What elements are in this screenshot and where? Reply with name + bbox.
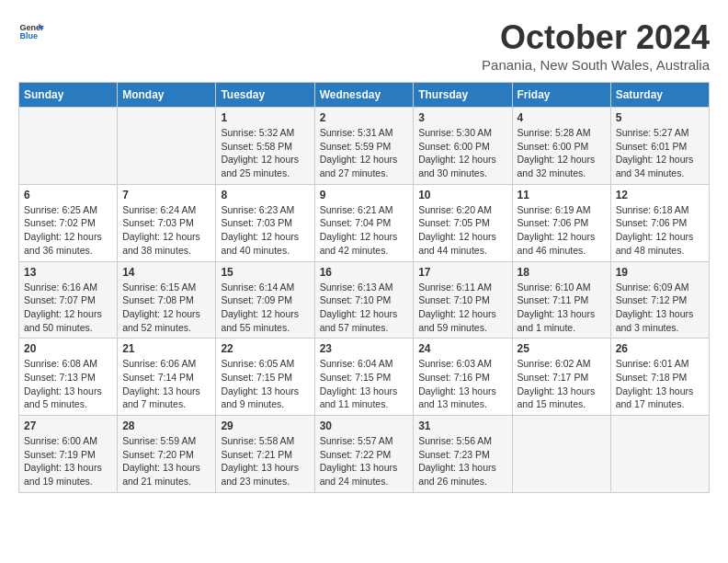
- day-info: Sunrise: 6:24 AM Sunset: 7:03 PM Dayligh…: [122, 203, 210, 258]
- day-info: Sunrise: 6:05 AM Sunset: 7:15 PM Dayligh…: [221, 357, 309, 411]
- day-info: Sunrise: 6:20 AM Sunset: 7:05 PM Dayligh…: [418, 203, 506, 258]
- header-monday: Monday: [118, 83, 216, 108]
- calendar-cell: [610, 416, 709, 493]
- day-number: 17: [418, 266, 506, 279]
- day-number: 13: [24, 266, 112, 279]
- day-number: 18: [518, 266, 606, 279]
- calendar-cell: [118, 108, 216, 185]
- day-info: Sunrise: 6:15 AM Sunset: 7:08 PM Dayligh…: [122, 281, 210, 335]
- page-header: General Blue October 2024 Panania, New S…: [18, 18, 710, 73]
- title-section: October 2024 Panania, New South Wales, A…: [482, 18, 710, 73]
- week-row-3: 13Sunrise: 6:16 AM Sunset: 7:07 PM Dayli…: [19, 261, 710, 339]
- day-info: Sunrise: 6:25 AM Sunset: 7:02 PM Dayligh…: [24, 203, 112, 258]
- calendar-cell: 7Sunrise: 6:24 AM Sunset: 7:03 PM Daylig…: [118, 184, 216, 261]
- day-number: 7: [122, 189, 210, 201]
- day-number: 30: [320, 419, 409, 432]
- day-info: Sunrise: 5:30 AM Sunset: 6:00 PM Dayligh…: [418, 126, 506, 180]
- day-info: Sunrise: 5:58 AM Sunset: 7:21 PM Dayligh…: [221, 434, 309, 488]
- day-number: 26: [616, 342, 704, 355]
- day-info: Sunrise: 5:32 AM Sunset: 5:58 PM Dayligh…: [221, 126, 309, 180]
- calendar-cell: 11Sunrise: 6:19 AM Sunset: 7:06 PM Dayli…: [512, 184, 610, 261]
- day-number: 19: [616, 266, 704, 279]
- header-sunday: Sunday: [19, 83, 118, 108]
- day-number: 4: [518, 111, 606, 124]
- calendar-cell: 13Sunrise: 6:16 AM Sunset: 7:07 PM Dayli…: [19, 261, 118, 339]
- day-number: 11: [518, 189, 606, 201]
- header-row: SundayMondayTuesdayWednesdayThursdayFrid…: [19, 83, 710, 108]
- day-number: 25: [518, 342, 606, 355]
- header-friday: Friday: [512, 83, 610, 108]
- day-number: 31: [418, 419, 506, 432]
- calendar-cell: 15Sunrise: 6:14 AM Sunset: 7:09 PM Dayli…: [216, 261, 314, 339]
- calendar-cell: 31Sunrise: 5:56 AM Sunset: 7:23 PM Dayli…: [414, 416, 512, 493]
- day-number: 21: [122, 342, 210, 355]
- header-tuesday: Tuesday: [216, 83, 314, 108]
- day-info: Sunrise: 6:23 AM Sunset: 7:03 PM Dayligh…: [221, 203, 309, 258]
- calendar-cell: 23Sunrise: 6:04 AM Sunset: 7:15 PM Dayli…: [314, 339, 414, 416]
- day-info: Sunrise: 5:31 AM Sunset: 5:59 PM Dayligh…: [320, 126, 409, 180]
- day-info: Sunrise: 6:02 AM Sunset: 7:17 PM Dayligh…: [518, 357, 606, 411]
- day-number: 27: [24, 419, 112, 432]
- calendar-cell: 25Sunrise: 6:02 AM Sunset: 7:17 PM Dayli…: [512, 339, 610, 416]
- calendar-cell: 14Sunrise: 6:15 AM Sunset: 7:08 PM Dayli…: [118, 261, 216, 339]
- day-info: Sunrise: 6:01 AM Sunset: 7:18 PM Dayligh…: [616, 357, 704, 411]
- day-info: Sunrise: 6:06 AM Sunset: 7:14 PM Dayligh…: [122, 357, 210, 411]
- day-number: 5: [616, 111, 704, 124]
- calendar-table: SundayMondayTuesdayWednesdayThursdayFrid…: [18, 82, 710, 493]
- day-number: 23: [320, 342, 409, 355]
- logo-icon: General Blue: [18, 18, 44, 44]
- day-number: 16: [320, 266, 409, 279]
- day-info: Sunrise: 6:10 AM Sunset: 7:11 PM Dayligh…: [518, 281, 606, 335]
- calendar-cell: 9Sunrise: 6:21 AM Sunset: 7:04 PM Daylig…: [314, 184, 414, 261]
- day-info: Sunrise: 5:59 AM Sunset: 7:20 PM Dayligh…: [122, 434, 210, 488]
- calendar-cell: 26Sunrise: 6:01 AM Sunset: 7:18 PM Dayli…: [610, 339, 709, 416]
- day-number: 12: [616, 189, 704, 201]
- month-title: October 2024: [482, 18, 710, 57]
- day-info: Sunrise: 5:27 AM Sunset: 6:01 PM Dayligh…: [616, 126, 704, 180]
- day-number: 20: [24, 342, 112, 355]
- calendar-cell: 18Sunrise: 6:10 AM Sunset: 7:11 PM Dayli…: [512, 261, 610, 339]
- calendar-cell: 17Sunrise: 6:11 AM Sunset: 7:10 PM Dayli…: [414, 261, 512, 339]
- calendar-cell: [512, 416, 610, 493]
- day-info: Sunrise: 5:28 AM Sunset: 6:00 PM Dayligh…: [518, 126, 606, 180]
- calendar-cell: 6Sunrise: 6:25 AM Sunset: 7:02 PM Daylig…: [19, 184, 118, 261]
- header-saturday: Saturday: [610, 83, 709, 108]
- day-number: 29: [221, 419, 309, 432]
- calendar-cell: 3Sunrise: 5:30 AM Sunset: 6:00 PM Daylig…: [414, 108, 512, 185]
- calendar-cell: 4Sunrise: 5:28 AM Sunset: 6:00 PM Daylig…: [512, 108, 610, 185]
- day-info: Sunrise: 6:13 AM Sunset: 7:10 PM Dayligh…: [320, 281, 409, 335]
- calendar-cell: 21Sunrise: 6:06 AM Sunset: 7:14 PM Dayli…: [118, 339, 216, 416]
- calendar-cell: 29Sunrise: 5:58 AM Sunset: 7:21 PM Dayli…: [216, 416, 314, 493]
- day-number: 22: [221, 342, 309, 355]
- calendar-cell: 20Sunrise: 6:08 AM Sunset: 7:13 PM Dayli…: [19, 339, 118, 416]
- day-number: 9: [320, 189, 409, 201]
- day-info: Sunrise: 6:16 AM Sunset: 7:07 PM Dayligh…: [24, 281, 112, 335]
- calendar-cell: 1Sunrise: 5:32 AM Sunset: 5:58 PM Daylig…: [216, 108, 314, 185]
- day-info: Sunrise: 6:21 AM Sunset: 7:04 PM Dayligh…: [320, 203, 409, 258]
- logo: General Blue: [18, 18, 44, 44]
- calendar-cell: 27Sunrise: 6:00 AM Sunset: 7:19 PM Dayli…: [19, 416, 118, 493]
- day-number: 14: [122, 266, 210, 279]
- week-row-5: 27Sunrise: 6:00 AM Sunset: 7:19 PM Dayli…: [19, 416, 710, 493]
- day-info: Sunrise: 6:04 AM Sunset: 7:15 PM Dayligh…: [320, 357, 409, 411]
- day-info: Sunrise: 6:00 AM Sunset: 7:19 PM Dayligh…: [24, 434, 112, 488]
- calendar-cell: 16Sunrise: 6:13 AM Sunset: 7:10 PM Dayli…: [314, 261, 414, 339]
- day-number: 6: [24, 189, 112, 201]
- day-info: Sunrise: 5:57 AM Sunset: 7:22 PM Dayligh…: [320, 434, 409, 488]
- header-wednesday: Wednesday: [314, 83, 414, 108]
- calendar-cell: 24Sunrise: 6:03 AM Sunset: 7:16 PM Dayli…: [414, 339, 512, 416]
- week-row-4: 20Sunrise: 6:08 AM Sunset: 7:13 PM Dayli…: [19, 339, 710, 416]
- day-number: 24: [418, 342, 506, 355]
- week-row-1: 1Sunrise: 5:32 AM Sunset: 5:58 PM Daylig…: [19, 108, 710, 185]
- calendar-cell: 28Sunrise: 5:59 AM Sunset: 7:20 PM Dayli…: [118, 416, 216, 493]
- day-info: Sunrise: 6:19 AM Sunset: 7:06 PM Dayligh…: [518, 203, 606, 258]
- calendar-cell: 22Sunrise: 6:05 AM Sunset: 7:15 PM Dayli…: [216, 339, 314, 416]
- calendar-cell: 10Sunrise: 6:20 AM Sunset: 7:05 PM Dayli…: [414, 184, 512, 261]
- calendar-cell: 8Sunrise: 6:23 AM Sunset: 7:03 PM Daylig…: [216, 184, 314, 261]
- calendar-cell: 2Sunrise: 5:31 AM Sunset: 5:59 PM Daylig…: [314, 108, 414, 185]
- calendar-cell: 19Sunrise: 6:09 AM Sunset: 7:12 PM Dayli…: [610, 261, 709, 339]
- day-info: Sunrise: 6:09 AM Sunset: 7:12 PM Dayligh…: [616, 281, 704, 335]
- day-number: 10: [418, 189, 506, 201]
- calendar-cell: 30Sunrise: 5:57 AM Sunset: 7:22 PM Dayli…: [314, 416, 414, 493]
- calendar-cell: 12Sunrise: 6:18 AM Sunset: 7:06 PM Dayli…: [610, 184, 709, 261]
